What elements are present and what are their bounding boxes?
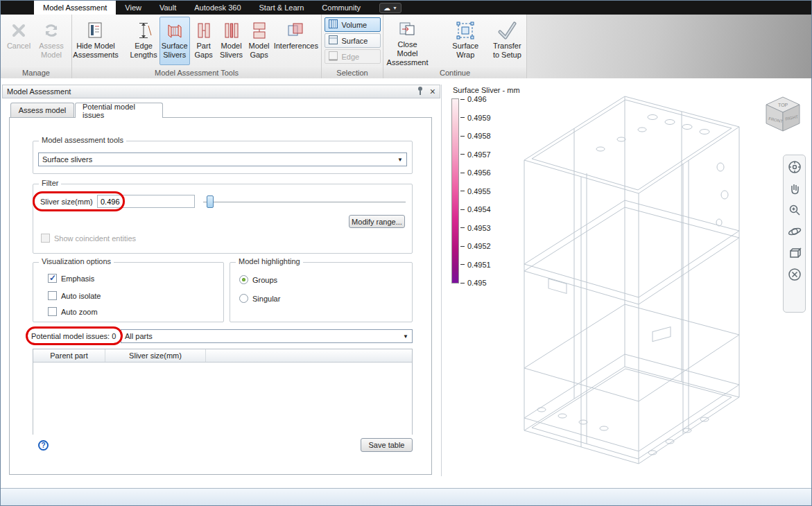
select-edge-button[interactable]: Edge <box>325 49 381 64</box>
singular-label: Singular <box>252 295 280 303</box>
issues-table: Parent part Sliver size(mm) <box>33 349 413 435</box>
group-model-highlighting-label: Model highlighting <box>236 257 303 265</box>
group-label-continue: Continue <box>383 67 526 78</box>
group-label-selection: Selection <box>322 67 383 78</box>
potential-issues-count-label: Potential model issues: 0 <box>31 332 116 340</box>
tab-model-assessment[interactable]: Model Assessment <box>34 1 116 15</box>
modify-range-button[interactable]: Modify range... <box>349 215 405 228</box>
group-filter-label: Filter <box>39 179 61 187</box>
model-slivers-label-2: Slivers <box>220 51 243 60</box>
group-label-tools: Model Assessment Tools <box>72 67 321 78</box>
emphasis-checkbox[interactable] <box>48 274 57 283</box>
assessment-tool-dropdown[interactable]: Surface slivers ▼ <box>38 152 407 166</box>
assess-model-button[interactable]: Assess Model <box>35 17 67 65</box>
edge-label: Edge <box>342 53 360 61</box>
group-model-highlighting: Model highlighting <box>230 262 413 322</box>
status-bar <box>1 488 811 506</box>
edge-icon <box>328 51 338 62</box>
parts-filter-dropdown[interactable]: All parts ▼ <box>121 329 413 343</box>
edge-lengths-icon <box>133 19 154 42</box>
surface-wrap-button[interactable]: Surface Wrap <box>442 17 490 65</box>
model-gaps-label-1: Model <box>249 42 270 51</box>
tab-start-learn[interactable]: Start & Learn <box>250 1 313 15</box>
hide-model-icon <box>85 19 106 42</box>
surface-slivers-icon <box>164 19 185 42</box>
show-coincident-checkbox[interactable] <box>41 234 50 243</box>
interferences-label: Interferences <box>274 42 318 51</box>
tab-potential-issues-label: Potential model issues <box>83 103 155 119</box>
assess-label-1: Assess <box>39 42 63 51</box>
tab-assess-model[interactable]: Assess model <box>10 103 74 117</box>
application-window: Model Assessment View Vault Autodesk 360… <box>0 0 812 506</box>
group-visualization-label: Visualization options <box>39 257 114 265</box>
sliver-size-slider-thumb[interactable] <box>207 195 214 208</box>
column-header-sliver-size[interactable]: Sliver size(mm) <box>105 349 206 362</box>
hide-model-assessments-button[interactable]: Hide Model Assessments <box>74 17 117 65</box>
groups-radio[interactable] <box>239 275 248 284</box>
part-gaps-button[interactable]: Part Gaps <box>191 17 217 65</box>
column-header-parent-part[interactable]: Parent part <box>33 349 105 362</box>
help-icon[interactable]: ? <box>38 440 49 451</box>
column-header-parent-part-label: Parent part <box>50 351 87 360</box>
modify-range-label: Modify range... <box>352 218 402 226</box>
column-header-sliver-size-label: Sliver size(mm) <box>129 351 182 360</box>
select-volume-button[interactable]: Volume <box>325 17 381 32</box>
auto-zoom-label: Auto zoom <box>61 308 98 316</box>
tab-potential-model-issues[interactable]: Potential model issues <box>75 103 163 118</box>
panel-close-icon[interactable]: × <box>430 87 435 96</box>
surface-wrap-label: Surface Wrap <box>442 42 489 60</box>
tab-assess-model-label: Assess model <box>19 106 66 114</box>
cancel-button[interactable]: Cancel <box>3 17 35 65</box>
pin-icon[interactable] <box>416 86 424 97</box>
close-model-assessment-button[interactable]: Close Model Assessment <box>386 17 429 65</box>
auto-zoom-checkbox[interactable] <box>48 307 57 316</box>
group-model-assessment-tools-label: Model assessment tools <box>39 136 126 144</box>
transfer-to-setup-button[interactable]: Transfer to Setup <box>490 17 524 65</box>
hide-label-2: Assessments <box>73 51 118 60</box>
save-table-label: Save table <box>369 441 405 449</box>
surface-label: Surface <box>342 37 368 45</box>
edge-lengths-button[interactable]: Edge Lengths <box>128 17 159 65</box>
interferences-button[interactable]: Interferences <box>273 17 319 65</box>
close-model-icon <box>397 19 418 40</box>
model-gaps-button[interactable]: Model Gaps <box>246 17 273 65</box>
issues-table-header: Parent part Sliver size(mm) <box>33 349 412 363</box>
cloud-icon: ☁ <box>383 4 390 12</box>
model-slivers-button[interactable]: Model Slivers <box>218 17 245 65</box>
chevron-down-icon: ▼ <box>399 333 408 340</box>
ribbon-group-selection: Volume Surface Edge Selection <box>322 15 383 78</box>
model-slivers-icon <box>222 19 241 42</box>
sliver-size-slider-track[interactable] <box>203 202 406 203</box>
sliver-size-label: Sliver size(mm) <box>40 198 93 206</box>
part-gaps-icon <box>194 19 214 42</box>
assess-label-2: Model <box>41 51 62 60</box>
ribbon-empty-area <box>527 15 811 78</box>
tab-community[interactable]: Community <box>313 1 370 15</box>
transfer-label-2: to Setup <box>493 51 521 60</box>
assessment-tool-value: Surface slivers <box>42 155 92 164</box>
auto-isolate-checkbox[interactable] <box>48 291 57 300</box>
panel-viewport-splitter[interactable] <box>441 85 442 476</box>
edge-lengths-label-1: Edge <box>135 42 153 51</box>
interferences-icon <box>286 19 306 42</box>
tab-view[interactable]: View <box>116 1 150 15</box>
tab-autodesk-360[interactable]: Autodesk 360 <box>185 1 250 15</box>
cloud-menu-button[interactable]: ☁ ▼ <box>379 3 401 13</box>
hide-label-1: Hide Model <box>76 42 115 51</box>
close-model-label-2: Assessment <box>387 58 429 67</box>
select-surface-button[interactable]: Surface <box>325 33 381 48</box>
edge-lengths-label-2: Lengths <box>130 51 157 60</box>
model-viewport-wireframe[interactable] <box>444 89 791 479</box>
auto-isolate-label: Auto isolate <box>61 292 101 300</box>
model-gaps-label-2: Gaps <box>250 51 268 60</box>
save-table-button[interactable]: Save table <box>361 438 413 452</box>
groups-label: Groups <box>252 276 277 284</box>
tab-vault[interactable]: Vault <box>150 1 185 15</box>
sliver-size-input[interactable] <box>97 195 195 208</box>
singular-radio[interactable] <box>239 294 248 303</box>
close-model-label-1: Close Model <box>386 40 429 58</box>
model-slivers-label-1: Model <box>221 42 242 51</box>
surface-wrap-icon <box>455 19 476 42</box>
panel-header: Model Assessment × <box>2 85 440 98</box>
surface-slivers-button[interactable]: Surface Slivers <box>159 17 190 65</box>
